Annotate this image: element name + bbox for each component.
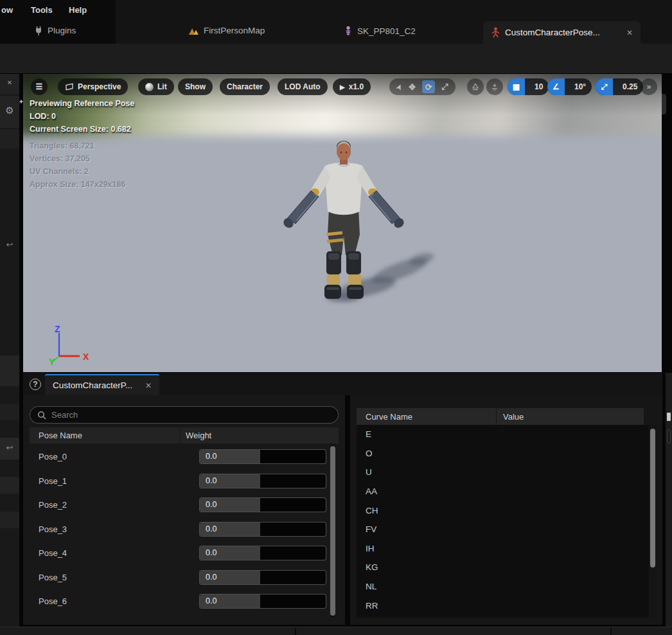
column-curve-name[interactable]: Curve Name: [366, 412, 496, 422]
lod-dropdown[interactable]: LOD Auto: [278, 78, 328, 95]
close-icon: ✕: [0, 74, 19, 86]
curve-list-scrollbar[interactable]: [650, 425, 655, 618]
curve-name: IH: [366, 544, 375, 553]
select-tool-icon[interactable]: ➤: [394, 82, 405, 91]
coordinate-space-button[interactable]: [467, 78, 484, 95]
curve-name: FV: [366, 524, 376, 534]
pose-search-field[interactable]: [30, 406, 339, 424]
left-strip-segment: [0, 404, 19, 420]
preview-status-text: Previewing Reference Pose LOD: 0 Current…: [30, 97, 134, 136]
curve-row[interactable]: NL: [357, 577, 649, 596]
pose-row[interactable]: Pose_1 0.0: [30, 469, 329, 494]
pose-list-scrollbar[interactable]: [330, 445, 335, 617]
character-dropdown[interactable]: Character: [220, 78, 270, 95]
curve-name: KG: [366, 562, 378, 572]
tab-plugins[interactable]: Plugins: [34, 26, 76, 35]
pose-weight-spinbox[interactable]: 0.0: [199, 570, 326, 585]
rotate-tool-icon[interactable]: ⟳: [422, 80, 435, 93]
pose-weight-spinbox[interactable]: 0.0: [199, 449, 326, 464]
pose-weight-spinbox[interactable]: 0.0: [199, 594, 326, 609]
scale-snap-toggle[interactable]: ⤢ 0.25: [596, 78, 643, 95]
window-header: ow Tools Help Plugins FirstPersonMap SK_…: [0, 0, 672, 44]
viewport-canvas[interactable]: ☰ Perspective Lit Show Character LOD Aut…: [23, 74, 662, 372]
column-pose-name[interactable]: Pose Name: [39, 431, 180, 440]
curve-name: NL: [366, 582, 376, 591]
pose-asset-icon: [491, 27, 500, 38]
curve-row[interactable]: O: [357, 444, 649, 463]
curve-name: U: [366, 467, 372, 477]
pose-weight-value: 0.0: [206, 500, 217, 509]
close-icon[interactable]: ✕: [626, 28, 633, 37]
left-strip-segment: [0, 512, 19, 528]
pose-row[interactable]: Pose_5 0.0: [30, 566, 329, 590]
menu-item-help[interactable]: Help: [69, 5, 87, 15]
curve-row[interactable]: RR: [357, 596, 649, 615]
status-bar-divider: [295, 628, 296, 635]
preview-character-mesh[interactable]: [254, 138, 460, 318]
rotation-snap-value[interactable]: 10°: [569, 82, 592, 91]
viewport-menu-button[interactable]: ☰: [31, 78, 48, 95]
help-icon[interactable]: ?: [30, 379, 41, 390]
tab-pose-panel[interactable]: CustomCharacterP... ✕: [45, 374, 159, 395]
scale-snap-value[interactable]: 0.25: [617, 82, 643, 91]
grid-snap-value[interactable]: 10: [529, 82, 549, 91]
curve-row[interactable]: U: [357, 463, 649, 482]
curve-name: RR: [366, 601, 378, 611]
grid-snap-toggle[interactable]: ▦ 10: [508, 78, 549, 95]
pose-list: Pose_0 0.0 Pose_1 0.0 Pose_2 0.0 Pose_3 …: [30, 445, 329, 618]
pose-table-header[interactable]: Pose Name Weight: [30, 427, 339, 443]
pose-name: Pose_5: [39, 573, 67, 582]
camera-speed-icon: »: [647, 82, 651, 91]
pose-weight-spinbox[interactable]: 0.0: [199, 522, 326, 537]
playback-speed-button[interactable]: ▶ x1.0: [333, 78, 371, 95]
transform-tools-group[interactable]: ➤ ✥ ⟳ ⤢: [389, 78, 455, 95]
curve-row[interactable]: FV: [357, 520, 649, 539]
rotation-snap-icon: ∠: [547, 78, 565, 95]
move-tool-icon[interactable]: ✥: [409, 82, 416, 92]
pose-row[interactable]: Pose_2 0.0: [30, 493, 329, 517]
search-input[interactable]: [51, 410, 321, 420]
tab-sk-pp801-c2[interactable]: SK_PP801_C2: [344, 26, 416, 37]
surface-snap-button[interactable]: [486, 78, 503, 95]
tab-customcharacterpose[interactable]: CustomCharacterPose... ✕: [483, 21, 641, 44]
curve-row[interactable]: KG: [357, 558, 649, 577]
column-divider[interactable]: [180, 427, 181, 443]
left-strip-close[interactable]: ✕: [0, 74, 19, 94]
rotation-snap-toggle[interactable]: ∠ 10°: [547, 78, 592, 95]
menu-item-tools[interactable]: Tools: [31, 5, 53, 15]
scrollbar-thumb[interactable]: [650, 429, 655, 568]
menu-item-window-partial[interactable]: ow: [1, 5, 13, 15]
skeletal-mesh-icon: [344, 26, 353, 37]
pose-weight-spinbox[interactable]: 0.0: [199, 497, 326, 512]
close-icon[interactable]: ✕: [145, 381, 152, 390]
perspective-dropdown[interactable]: Perspective: [58, 78, 128, 95]
undo-icon[interactable]: ↩: [0, 240, 19, 249]
column-weight[interactable]: Weight: [186, 431, 211, 440]
pose-weight-spinbox[interactable]: 0.0: [199, 474, 326, 488]
view-mode-dropdown[interactable]: Lit: [138, 78, 174, 95]
undo-icon: ↩: [0, 438, 19, 452]
curve-row[interactable]: E: [357, 425, 649, 444]
curve-row[interactable]: CH: [357, 501, 649, 520]
pose-row[interactable]: Pose_6 0.0: [30, 589, 329, 614]
scale-tool-icon[interactable]: ⤢: [441, 82, 448, 92]
collapsed-panel-icon[interactable]: [667, 413, 671, 421]
collapsed-panel-button[interactable]: [667, 429, 671, 443]
show-dropdown[interactable]: Show: [178, 78, 213, 95]
left-strip-settings[interactable]: ⚙: [0, 96, 19, 128]
column-value[interactable]: Value: [503, 412, 524, 422]
camera-speed-button[interactable]: »: [641, 78, 657, 95]
pose-weight-spinbox[interactable]: 0.0: [199, 546, 326, 560]
pose-row[interactable]: Pose_3 0.0: [30, 517, 329, 542]
column-divider[interactable]: [496, 408, 497, 425]
curve-name: CH: [366, 506, 378, 515]
tab-firstpersonmap[interactable]: FirstPersonMap: [188, 26, 265, 35]
pose-row[interactable]: Pose_4 0.0: [30, 541, 329, 566]
scrollbar-thumb[interactable]: [330, 446, 335, 616]
curve-row[interactable]: IH: [357, 539, 649, 559]
pose-weight-value: 0.0: [206, 524, 217, 533]
pose-name: Pose_4: [39, 548, 67, 558]
curve-table-header[interactable]: Curve Name Value: [357, 408, 644, 425]
curve-row[interactable]: AA: [357, 482, 649, 501]
pose-row[interactable]: Pose_0 0.0: [30, 445, 329, 469]
